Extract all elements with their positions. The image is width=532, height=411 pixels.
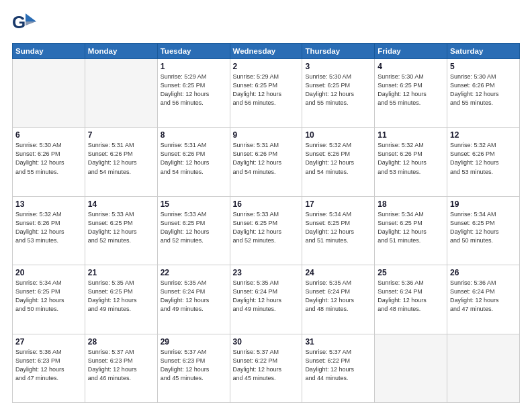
calendar-table: SundayMondayTuesdayWednesdayThursdayFrid…: [12, 43, 520, 403]
calendar-cell: 26Sunrise: 5:36 AM Sunset: 6:24 PM Dayli…: [447, 265, 520, 334]
calendar-cell: 22Sunrise: 5:35 AM Sunset: 6:24 PM Dayli…: [157, 265, 230, 334]
calendar-cell: 12Sunrise: 5:32 AM Sunset: 6:26 PM Dayli…: [447, 128, 520, 196]
day-number: 25: [378, 268, 444, 277]
day-number: 21: [88, 268, 154, 277]
day-info: Sunrise: 5:30 AM Sunset: 6:26 PM Dayligh…: [15, 141, 82, 176]
day-number: 7: [88, 130, 154, 140]
day-info: Sunrise: 5:34 AM Sunset: 6:25 PM Dayligh…: [450, 210, 517, 245]
logo-icon: G: [12, 11, 38, 36]
day-number: 2: [233, 62, 300, 71]
day-number: 28: [88, 337, 154, 347]
calendar-cell: 17Sunrise: 5:34 AM Sunset: 6:25 PM Dayli…: [302, 196, 375, 265]
page-container: G SundayMondayTuesdayWednesdayThursdayFr…: [0, 0, 532, 411]
day-number: 19: [450, 199, 517, 209]
calendar-cell: 30Sunrise: 5:37 AM Sunset: 6:22 PM Dayli…: [230, 334, 302, 402]
calendar-cell: 20Sunrise: 5:34 AM Sunset: 6:25 PM Dayli…: [13, 265, 85, 334]
weekday-header: Tuesday: [157, 44, 230, 59]
day-number: 13: [15, 199, 82, 209]
calendar-week-row: 6Sunrise: 5:30 AM Sunset: 6:26 PM Daylig…: [13, 128, 520, 196]
day-info: Sunrise: 5:30 AM Sunset: 6:25 PM Dayligh…: [378, 73, 444, 107]
day-info: Sunrise: 5:30 AM Sunset: 6:25 PM Dayligh…: [305, 73, 371, 107]
calendar-cell: 25Sunrise: 5:36 AM Sunset: 6:24 PM Dayli…: [375, 265, 447, 334]
weekday-header: Saturday: [447, 44, 520, 59]
calendar-cell: 14Sunrise: 5:33 AM Sunset: 6:25 PM Dayli…: [85, 196, 157, 265]
day-info: Sunrise: 5:37 AM Sunset: 6:22 PM Dayligh…: [233, 348, 300, 383]
calendar-cell: 8Sunrise: 5:31 AM Sunset: 6:26 PM Daylig…: [157, 128, 230, 196]
day-info: Sunrise: 5:32 AM Sunset: 6:26 PM Dayligh…: [378, 141, 444, 176]
day-info: Sunrise: 5:31 AM Sunset: 6:26 PM Dayligh…: [88, 141, 154, 176]
day-number: 10: [305, 130, 371, 140]
svg-marker-2: [26, 21, 36, 26]
weekday-header: Friday: [375, 44, 447, 59]
calendar-cell: 29Sunrise: 5:37 AM Sunset: 6:23 PM Dayli…: [157, 334, 230, 402]
calendar-cell: 16Sunrise: 5:33 AM Sunset: 6:25 PM Dayli…: [230, 196, 302, 265]
day-info: Sunrise: 5:36 AM Sunset: 6:24 PM Dayligh…: [378, 279, 444, 314]
day-info: Sunrise: 5:35 AM Sunset: 6:24 PM Dayligh…: [305, 279, 371, 314]
calendar-cell: 5Sunrise: 5:30 AM Sunset: 6:26 PM Daylig…: [447, 59, 520, 128]
day-info: Sunrise: 5:34 AM Sunset: 6:25 PM Dayligh…: [15, 279, 82, 314]
calendar-cell: 1Sunrise: 5:29 AM Sunset: 6:25 PM Daylig…: [157, 59, 230, 128]
day-info: Sunrise: 5:37 AM Sunset: 6:23 PM Dayligh…: [88, 348, 154, 383]
day-info: Sunrise: 5:35 AM Sunset: 6:24 PM Dayligh…: [233, 279, 300, 314]
weekday-header: Thursday: [302, 44, 375, 59]
day-number: 24: [305, 268, 371, 277]
header: G: [12, 11, 520, 36]
day-info: Sunrise: 5:32 AM Sunset: 6:26 PM Dayligh…: [305, 141, 371, 176]
day-info: Sunrise: 5:34 AM Sunset: 6:25 PM Dayligh…: [305, 210, 371, 245]
day-info: Sunrise: 5:36 AM Sunset: 6:24 PM Dayligh…: [450, 279, 517, 314]
calendar-cell: 2Sunrise: 5:29 AM Sunset: 6:25 PM Daylig…: [230, 59, 302, 128]
calendar-cell: 10Sunrise: 5:32 AM Sunset: 6:26 PM Dayli…: [302, 128, 375, 196]
calendar-cell: 24Sunrise: 5:35 AM Sunset: 6:24 PM Dayli…: [302, 265, 375, 334]
calendar-cell: 27Sunrise: 5:36 AM Sunset: 6:23 PM Dayli…: [13, 334, 85, 402]
day-number: 15: [161, 199, 227, 209]
day-number: 5: [450, 62, 517, 71]
calendar-week-row: 13Sunrise: 5:32 AM Sunset: 6:26 PM Dayli…: [13, 196, 520, 265]
logo: G: [12, 11, 40, 36]
day-number: 4: [378, 62, 444, 71]
calendar-cell: 21Sunrise: 5:35 AM Sunset: 6:25 PM Dayli…: [85, 265, 157, 334]
calendar-cell: [13, 59, 85, 128]
day-info: Sunrise: 5:33 AM Sunset: 6:25 PM Dayligh…: [161, 210, 227, 245]
day-info: Sunrise: 5:30 AM Sunset: 6:26 PM Dayligh…: [450, 73, 517, 107]
calendar-cell: 13Sunrise: 5:32 AM Sunset: 6:26 PM Dayli…: [13, 196, 85, 265]
calendar-cell: 28Sunrise: 5:37 AM Sunset: 6:23 PM Dayli…: [85, 334, 157, 402]
weekday-header: Wednesday: [230, 44, 302, 59]
calendar-week-row: 20Sunrise: 5:34 AM Sunset: 6:25 PM Dayli…: [13, 265, 520, 334]
day-number: 20: [15, 268, 82, 277]
day-number: 16: [233, 199, 300, 209]
calendar-cell: 3Sunrise: 5:30 AM Sunset: 6:25 PM Daylig…: [302, 59, 375, 128]
day-info: Sunrise: 5:31 AM Sunset: 6:26 PM Dayligh…: [161, 141, 227, 176]
weekday-header: Sunday: [13, 44, 85, 59]
day-number: 9: [233, 130, 300, 140]
day-number: 1: [161, 62, 227, 71]
weekday-header: Monday: [85, 44, 157, 59]
day-info: Sunrise: 5:33 AM Sunset: 6:25 PM Dayligh…: [88, 210, 154, 245]
day-number: 3: [305, 62, 371, 71]
day-number: 17: [305, 199, 371, 209]
day-info: Sunrise: 5:37 AM Sunset: 6:23 PM Dayligh…: [161, 348, 227, 383]
day-info: Sunrise: 5:36 AM Sunset: 6:23 PM Dayligh…: [15, 348, 82, 383]
calendar-cell: 4Sunrise: 5:30 AM Sunset: 6:25 PM Daylig…: [375, 59, 447, 128]
calendar-cell: 11Sunrise: 5:32 AM Sunset: 6:26 PM Dayli…: [375, 128, 447, 196]
day-number: 22: [161, 268, 227, 277]
calendar-cell: [375, 334, 447, 402]
calendar-cell: [85, 59, 157, 128]
day-number: 26: [450, 268, 517, 277]
day-info: Sunrise: 5:33 AM Sunset: 6:25 PM Dayligh…: [233, 210, 300, 245]
day-info: Sunrise: 5:37 AM Sunset: 6:22 PM Dayligh…: [305, 348, 371, 383]
day-number: 27: [15, 337, 82, 347]
day-number: 30: [233, 337, 300, 347]
day-info: Sunrise: 5:29 AM Sunset: 6:25 PM Dayligh…: [161, 73, 227, 107]
day-info: Sunrise: 5:31 AM Sunset: 6:26 PM Dayligh…: [233, 141, 300, 176]
day-number: 6: [15, 130, 82, 140]
calendar-cell: 18Sunrise: 5:34 AM Sunset: 6:25 PM Dayli…: [375, 196, 447, 265]
day-info: Sunrise: 5:32 AM Sunset: 6:26 PM Dayligh…: [15, 210, 82, 245]
day-info: Sunrise: 5:32 AM Sunset: 6:26 PM Dayligh…: [450, 141, 517, 176]
day-number: 12: [450, 130, 517, 140]
day-number: 29: [161, 337, 227, 347]
day-info: Sunrise: 5:35 AM Sunset: 6:24 PM Dayligh…: [161, 279, 227, 314]
calendar-cell: 31Sunrise: 5:37 AM Sunset: 6:22 PM Dayli…: [302, 334, 375, 402]
svg-marker-1: [26, 13, 36, 21]
day-number: 8: [161, 130, 227, 140]
calendar-cell: 15Sunrise: 5:33 AM Sunset: 6:25 PM Dayli…: [157, 196, 230, 265]
